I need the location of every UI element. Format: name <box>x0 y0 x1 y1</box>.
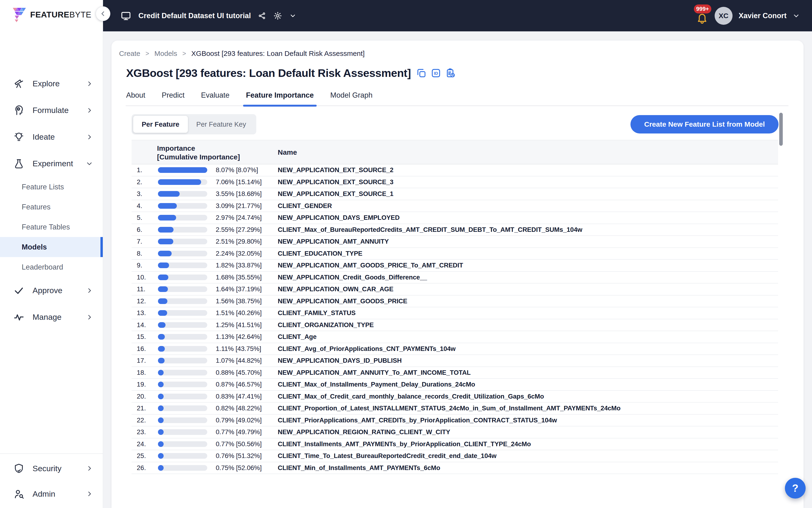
tab-feature-importance[interactable]: Feature Importance <box>245 91 314 105</box>
row-rank: 4. <box>137 202 142 210</box>
feature-row-20[interactable]: 20.0.83% [47.41%]CLIENT_Max_of_Credit_ca… <box>132 391 778 403</box>
sidebar-item-admin[interactable]: Admin <box>0 481 103 507</box>
sidebar-collapse-button[interactable] <box>96 6 110 21</box>
notifications-bell[interactable]: 999+ <box>696 9 709 23</box>
row-rank: 9. <box>137 261 142 269</box>
feature-row-5[interactable]: 5.2.97% [24.74%]NEW_APPLICATION_DAYS_EMP… <box>132 212 778 224</box>
importance-bar-track <box>158 274 207 280</box>
copy-icon[interactable] <box>416 68 426 78</box>
feature-row-13[interactable]: 13.1.51% [40.26%]CLIENT_FAMILY_STATUS <box>132 307 778 319</box>
importance-value: 0.82% [48.22%] <box>216 405 262 412</box>
feature-row-25[interactable]: 25.0.76% [51.32%]CLIENT_Time_To_Latest_B… <box>132 450 778 462</box>
feature-row-1[interactable]: 1.8.07% [8.07%]NEW_APPLICATION_EXT_SOURC… <box>132 164 778 176</box>
feature-row-2[interactable]: 2.7.06% [15.14%]NEW_APPLICATION_EXT_SOUR… <box>132 176 778 188</box>
breadcrumb-link-models[interactable]: Models <box>154 49 177 57</box>
chevron-right-icon <box>86 490 93 497</box>
feature-name: NEW_APPLICATION_EXT_SOURCE_1 <box>278 190 394 198</box>
feature-name: CLIENT_Time_To_Latest_BureauReportedCred… <box>278 452 497 460</box>
sidebar-item-feature-tables[interactable]: Feature Tables <box>0 217 103 237</box>
user-name[interactable]: Xavier Conort <box>739 11 786 20</box>
workspace-chevron-down-icon[interactable] <box>289 12 296 19</box>
importance-value: 1.25% [41.51%] <box>216 321 262 329</box>
importance-bar-track <box>158 382 207 387</box>
importance-bar-track <box>158 239 207 244</box>
importance-bar-fill <box>158 382 164 387</box>
tab-model-graph[interactable]: Model Graph <box>330 91 373 105</box>
importance-bar-fill <box>158 203 177 209</box>
help-button[interactable]: ? <box>785 478 806 499</box>
feature-row-14[interactable]: 14.1.25% [41.51%]CLIENT_ORGANIZATION_TYP… <box>132 319 778 331</box>
feature-row-26[interactable]: 26.0.75% [52.06%]CLIENT_Min_of_Installme… <box>132 462 778 474</box>
importance-bar-track <box>158 346 207 352</box>
feature-row-22[interactable]: 22.0.79% [49.02%]CLIENT_PriorApplication… <box>132 415 778 427</box>
importance-value: 0.83% [47.41%] <box>216 393 262 400</box>
check-icon <box>13 285 25 296</box>
breadcrumb-link-create[interactable]: Create <box>119 49 140 57</box>
feature-name: CLIENT_ORGANIZATION_TYPE <box>278 321 374 329</box>
feature-row-16[interactable]: 16.1.11% [43.75%]CLIENT_Avg_of_PriorAppl… <box>132 343 778 355</box>
toggle-per-feature-key[interactable]: Per Feature Key <box>188 116 255 133</box>
sidebar-item-leaderboard[interactable]: Leaderboard <box>0 257 103 277</box>
topbar-workspace: Credit Default Dataset UI tutorial <box>103 10 296 21</box>
row-rank: 11. <box>137 285 145 293</box>
feature-row-23[interactable]: 23.0.77% [49.79%]NEW_APPLICATION_REGION_… <box>132 426 778 438</box>
tab-evaluate[interactable]: Evaluate <box>200 91 230 105</box>
brand-name: FEATUREBYTE <box>30 10 91 19</box>
importance-bar-track <box>158 227 207 232</box>
sidebar-bottom-nav: SecurityAdmin <box>0 454 103 507</box>
sidebar-item-security[interactable]: Security <box>0 456 103 481</box>
share-icon[interactable] <box>258 12 266 20</box>
feature-row-18[interactable]: 18.0.88% [45.70%]NEW_APPLICATION_AMT_ANN… <box>132 367 778 379</box>
sidebar-item-models[interactable]: Models <box>0 237 103 257</box>
user-search-icon <box>13 488 25 500</box>
sidebar-item-experiment[interactable]: Experiment <box>0 150 103 177</box>
tab-predict[interactable]: Predict <box>161 91 185 105</box>
importance-bar-fill <box>158 465 164 471</box>
feature-row-3[interactable]: 3.3.55% [18.68%]NEW_APPLICATION_EXT_SOUR… <box>132 188 778 200</box>
sidebar-item-features[interactable]: Features <box>0 197 103 217</box>
create-feature-list-button[interactable]: Create New Feature List from Model <box>630 115 778 133</box>
monitor-icon <box>121 10 131 21</box>
sidebar-item-manage[interactable]: Manage <box>0 304 103 330</box>
row-rank: 1. <box>137 166 142 174</box>
feature-row-12[interactable]: 12.1.56% [38.75%]NEW_APPLICATION_AMT_GOO… <box>132 296 778 307</box>
sidebar-item-formulate[interactable]: Formulate <box>0 97 103 124</box>
table-scrollbar-thumb[interactable] <box>779 113 783 146</box>
feature-row-4[interactable]: 4.3.09% [21.77%]CLIENT_GENDER <box>132 200 778 212</box>
avatar[interactable]: XC <box>715 7 732 25</box>
feature-row-15[interactable]: 15.1.13% [42.64%]CLIENT_Age <box>132 331 778 343</box>
row-rank: 22. <box>137 417 146 424</box>
clipboard-clock-icon[interactable] <box>445 68 456 78</box>
user-menu-chevron-down-icon[interactable] <box>793 12 800 19</box>
feature-row-11[interactable]: 11.1.64% [37.19%]NEW_APPLICATION_OWN_CAR… <box>132 284 778 296</box>
feature-row-6[interactable]: 6.2.55% [27.29%]CLIENT_Max_of_BureauRepo… <box>132 224 778 236</box>
feature-row-21[interactable]: 21.0.82% [48.22%]CLIENT_Proportion_of_La… <box>132 403 778 415</box>
feature-importance-table: Importance [Cumulative Importance] Name … <box>132 140 778 474</box>
feature-row-10[interactable]: 10.1.68% [35.55%]NEW_APPLICATION_Credit_… <box>132 272 778 284</box>
feature-name: CLIENT_Proportion_of_Latest_INSTALLMENT_… <box>278 405 621 412</box>
feature-row-24[interactable]: 24.0.77% [50.56%]CLIENT_Installments_AMT… <box>132 438 778 451</box>
breadcrumb-separator: > <box>182 50 186 57</box>
breadcrumb: Create>Models>XGBoost [293 features: Loa… <box>119 49 365 57</box>
sidebar-item-ideate[interactable]: Ideate <box>0 124 103 150</box>
chevron-right-icon <box>86 465 93 472</box>
importance-bar-track <box>158 441 207 447</box>
feature-row-19[interactable]: 19.0.87% [46.57%]CLIENT_Max_of_Installme… <box>132 379 778 391</box>
sidebar-item-feature-lists[interactable]: Feature Lists <box>0 177 103 197</box>
feature-row-17[interactable]: 17.1.07% [44.82%]NEW_APPLICATION_DAYS_ID… <box>132 355 778 367</box>
importance-value: 0.77% [49.79%] <box>216 428 262 436</box>
feature-row-8[interactable]: 8.2.24% [32.05%]CLIENT_EDUCATION_TYPE <box>132 248 778 260</box>
sidebar-item-approve[interactable]: Approve <box>0 277 103 304</box>
feature-row-9[interactable]: 9.1.82% [33.87%]NEW_APPLICATION_AMT_GOOD… <box>132 260 778 272</box>
tab-about[interactable]: About <box>126 91 146 105</box>
id-card-icon[interactable]: ID <box>431 68 441 78</box>
row-rank: 12. <box>137 297 146 305</box>
row-rank: 3. <box>137 190 142 198</box>
settings-gear-icon[interactable] <box>273 11 282 20</box>
topbar-user-area: 999+ XC Xavier Conort <box>696 7 812 25</box>
feature-row-7[interactable]: 7.2.51% [29.80%]NEW_APPLICATION_AMT_ANNU… <box>132 236 778 248</box>
sidebar-item-explore[interactable]: Explore <box>0 70 103 97</box>
toggle-per-feature[interactable]: Per Feature <box>133 116 188 133</box>
row-rank: 6. <box>137 226 142 234</box>
importance-value: 3.55% [18.68%] <box>216 190 262 198</box>
